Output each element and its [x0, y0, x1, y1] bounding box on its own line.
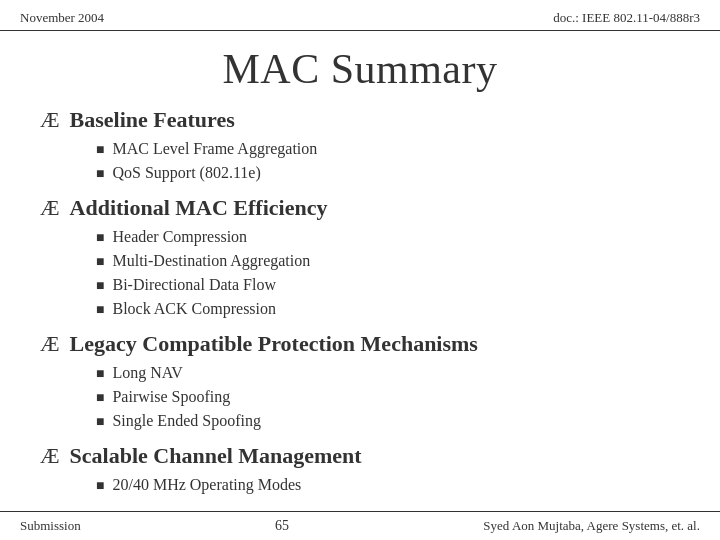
list-item-text: QoS Support (802.11e)	[112, 161, 260, 185]
section-title-legacy: Legacy Compatible Protection Mechanisms	[70, 331, 478, 357]
sub-bullet-icon: ■	[96, 251, 104, 272]
list-item-text: Bi-Directional Data Flow	[112, 273, 276, 297]
sub-items-legacy: ■Long NAV■Pairwise Spoofing■Single Ended…	[40, 361, 680, 433]
list-item-text: Pairwise Spoofing	[112, 385, 230, 409]
list-item-text: MAC Level Frame Aggregation	[112, 137, 317, 161]
sub-bullet-icon: ■	[96, 139, 104, 160]
list-item: ■Bi-Directional Data Flow	[96, 273, 680, 297]
slide-header: November 2004 doc.: IEEE 802.11-04/888r3	[0, 0, 720, 31]
list-item: ■Pairwise Spoofing	[96, 385, 680, 409]
sub-bullet-icon: ■	[96, 275, 104, 296]
list-item-text: Long NAV	[112, 361, 182, 385]
sub-bullet-icon: ■	[96, 227, 104, 248]
list-item-text: Block ACK Compression	[112, 297, 276, 321]
sub-items-scalable: ■20/40 MHz Operating Modes	[40, 473, 680, 497]
list-item-text: 20/40 MHz Operating Modes	[112, 473, 301, 497]
sub-bullet-icon: ■	[96, 363, 104, 384]
list-item: ■Block ACK Compression	[96, 297, 680, 321]
slide: November 2004 doc.: IEEE 802.11-04/888r3…	[0, 0, 720, 540]
section-bullet: Æ	[40, 443, 60, 469]
main-content: MAC Summary ÆBaseline Features■MAC Level…	[0, 31, 720, 511]
header-left: November 2004	[20, 10, 104, 26]
list-item-text: Header Compression	[112, 225, 247, 249]
header-right: doc.: IEEE 802.11-04/888r3	[553, 10, 700, 26]
section-header-legacy: ÆLegacy Compatible Protection Mechanisms	[40, 331, 680, 357]
list-item: ■Single Ended Spoofing	[96, 409, 680, 433]
sub-bullet-icon: ■	[96, 163, 104, 184]
footer-center: 65	[275, 518, 289, 534]
section-header-scalable: ÆScalable Channel Management	[40, 443, 680, 469]
section-title-baseline: Baseline Features	[70, 107, 235, 133]
section-title-additional: Additional MAC Efficiency	[70, 195, 328, 221]
section-additional: ÆAdditional MAC Efficiency■Header Compre…	[40, 195, 680, 321]
section-scalable: ÆScalable Channel Management■20/40 MHz O…	[40, 443, 680, 497]
sub-bullet-icon: ■	[96, 299, 104, 320]
slide-footer: Submission 65 Syed Aon Mujtaba, Agere Sy…	[0, 511, 720, 540]
list-item: ■Multi-Destination Aggregation	[96, 249, 680, 273]
list-item: ■QoS Support (802.11e)	[96, 161, 680, 185]
section-bullet: Æ	[40, 195, 60, 221]
section-bullet: Æ	[40, 331, 60, 357]
section-title-scalable: Scalable Channel Management	[70, 443, 362, 469]
sections-container: ÆBaseline Features■MAC Level Frame Aggre…	[40, 107, 680, 507]
list-item: ■Header Compression	[96, 225, 680, 249]
sub-items-baseline: ■MAC Level Frame Aggregation■QoS Support…	[40, 137, 680, 185]
sub-bullet-icon: ■	[96, 387, 104, 408]
section-baseline: ÆBaseline Features■MAC Level Frame Aggre…	[40, 107, 680, 185]
section-header-baseline: ÆBaseline Features	[40, 107, 680, 133]
section-header-additional: ÆAdditional MAC Efficiency	[40, 195, 680, 221]
list-item: ■Long NAV	[96, 361, 680, 385]
list-item: ■20/40 MHz Operating Modes	[96, 473, 680, 497]
list-item-text: Multi-Destination Aggregation	[112, 249, 310, 273]
sub-bullet-icon: ■	[96, 411, 104, 432]
list-item: ■MAC Level Frame Aggregation	[96, 137, 680, 161]
list-item-text: Single Ended Spoofing	[112, 409, 260, 433]
section-legacy: ÆLegacy Compatible Protection Mechanisms…	[40, 331, 680, 433]
sub-items-additional: ■Header Compression■Multi-Destination Ag…	[40, 225, 680, 321]
footer-right: Syed Aon Mujtaba, Agere Systems, et. al.	[483, 518, 700, 534]
footer-left: Submission	[20, 518, 81, 534]
section-bullet: Æ	[40, 107, 60, 133]
sub-bullet-icon: ■	[96, 475, 104, 496]
slide-title: MAC Summary	[40, 45, 680, 93]
